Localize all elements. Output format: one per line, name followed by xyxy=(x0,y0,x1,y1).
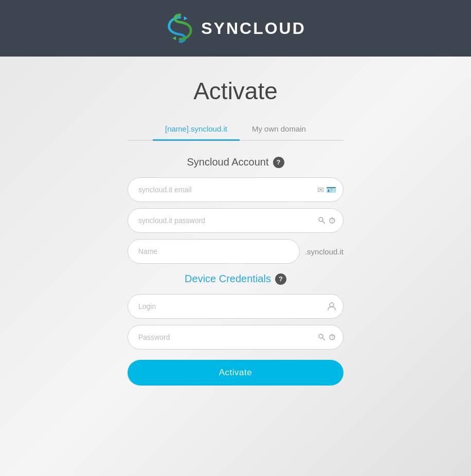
logo-text: SYNCLOUD xyxy=(201,19,306,38)
tab-syncloud[interactable]: [name].syncloud.it xyxy=(153,120,240,141)
name-row: .syncloud.it xyxy=(128,239,343,264)
password-icons: ? xyxy=(318,216,336,225)
page-title: Activate xyxy=(193,77,278,105)
app-window: SYNCLOUD Activate [name].syncloud.it My … xyxy=(0,0,471,476)
device-password-input[interactable] xyxy=(128,325,343,350)
svg-line-8 xyxy=(322,338,325,340)
name-input[interactable] xyxy=(128,239,300,264)
svg-text:?: ? xyxy=(331,335,334,340)
header: SYNCLOUD xyxy=(0,0,471,57)
svg-point-7 xyxy=(319,334,323,338)
tabs-container: [name].syncloud.it My own domain xyxy=(128,120,343,141)
email-input[interactable] xyxy=(128,177,343,202)
svg-text:?: ? xyxy=(331,218,334,224)
syncloud-logo-icon xyxy=(165,13,195,43)
syncloud-password-input-group: ? xyxy=(128,208,343,233)
syncloud-account-help-icon[interactable]: ? xyxy=(273,157,284,168)
tab-own-domain[interactable]: My own domain xyxy=(240,120,318,141)
activate-button[interactable]: Activate xyxy=(128,360,343,386)
svg-marker-1 xyxy=(173,36,176,40)
form-section: Syncloud Account ? ✉ 🪪 ? xyxy=(128,156,343,386)
logo-container: SYNCLOUD xyxy=(165,13,306,43)
device-password-icons: ? xyxy=(318,333,336,341)
login-input-group xyxy=(128,294,343,319)
main-content: Activate [name].syncloud.it My own domai… xyxy=(0,57,471,476)
svg-marker-0 xyxy=(184,16,188,21)
email-input-group: ✉ 🪪 xyxy=(128,177,343,202)
device-credentials-help-icon[interactable]: ? xyxy=(275,273,286,285)
syncloud-account-title: Syncloud Account ? xyxy=(128,156,343,168)
user-icon xyxy=(327,302,336,311)
name-input-wrapper xyxy=(128,239,300,264)
svg-point-6 xyxy=(330,303,334,307)
device-credentials-title: Device Credentials ? xyxy=(128,273,343,285)
syncloud-password-input[interactable] xyxy=(128,208,343,233)
login-input[interactable] xyxy=(128,294,343,319)
email-icon: ✉ 🪪 xyxy=(317,185,336,195)
domain-suffix: .syncloud.it xyxy=(305,247,343,256)
svg-point-2 xyxy=(319,217,323,222)
svg-line-3 xyxy=(322,221,325,224)
device-password-input-group: ? xyxy=(128,325,343,350)
